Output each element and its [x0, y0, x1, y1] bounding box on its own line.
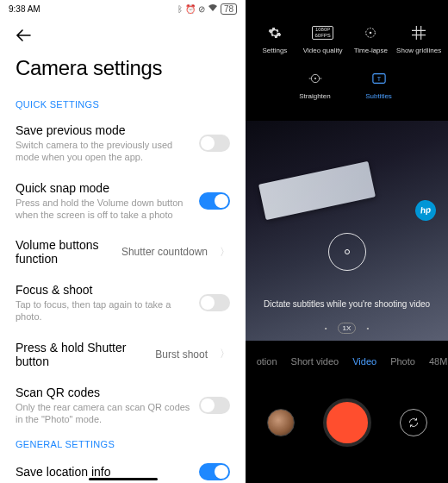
label: Video quality [303, 47, 343, 54]
gear-icon [268, 24, 282, 41]
camera-control-video-quality[interactable]: 1080P60FPS Video quality [300, 24, 346, 54]
mode-video[interactable]: Video [352, 356, 376, 367]
setting-scan-qr-codes[interactable]: Scan QR codes Only the rear camera can s… [0, 377, 246, 435]
focus-ring[interactable] [328, 233, 366, 271]
label: Settings [262, 47, 287, 54]
status-bar: 9:38 AM ᛒ ⏰ ⊘ 78 [0, 0, 246, 17]
settings-panel: 9:38 AM ᛒ ⏰ ⊘ 78 Camera settings QUICK S… [0, 0, 246, 483]
setting-title: Save location info [16, 465, 190, 479]
setting-value: Shutter countdown [121, 246, 208, 258]
page-title: Camera settings [0, 49, 246, 94]
setting-focus-and-shoot[interactable]: Focus & shoot Tap to focus, then tap aga… [0, 274, 246, 332]
setting-subtitle: Switch camera to the previously used mod… [16, 139, 190, 164]
toggle-scan-qr-codes[interactable] [199, 397, 230, 414]
camera-control-settings[interactable]: Settings [252, 24, 298, 54]
dnd-icon: ⊘ [198, 4, 205, 14]
subtitles-icon: T [372, 70, 386, 87]
setting-subtitle: Only the rear camera can scan QR codes i… [16, 401, 190, 426]
subtitle-hint: Dictate subtitles while you're shooting … [246, 298, 448, 310]
svg-text:T: T [376, 76, 381, 83]
setting-title: Volume buttons function [16, 238, 113, 266]
hp-logo: hp [414, 199, 437, 222]
camera-top-controls: Settings 1080P60FPS Video quality Time-l… [246, 0, 448, 121]
toggle-quick-snap-mode[interactable] [199, 192, 230, 210]
camera-viewfinder[interactable]: hp Dictate subtitles while you're shooti… [246, 121, 448, 341]
svg-point-1 [370, 32, 372, 34]
setting-subtitle: Press and hold the Volume down button wh… [16, 197, 190, 222]
mode-short-video[interactable]: Short video [291, 356, 339, 367]
chevron-right-icon: 〉 [220, 245, 230, 260]
setting-value: Burst shoot [155, 348, 208, 361]
setting-title: Press & hold Shutter button [16, 341, 146, 368]
straighten-icon [308, 70, 322, 87]
setting-title: Focus & shoot [16, 283, 190, 297]
setting-save-previous-mode[interactable]: Save previous mode Switch camera to the … [0, 115, 246, 172]
camera-top-row-1: Settings 1080P60FPS Video quality Time-l… [246, 21, 448, 58]
toggle-focus-and-shoot[interactable] [199, 294, 230, 311]
setting-press-hold-shutter[interactable]: Press & hold Shutter button Burst shoot … [0, 332, 246, 377]
alarm-icon: ⏰ [185, 4, 196, 14]
toggle-save-previous-mode[interactable] [199, 135, 230, 152]
camera-main-controls [246, 379, 448, 483]
zoom-out-dot[interactable]: • [325, 324, 327, 332]
camera-bottom-controls: otion Short video Video Photo 48M [246, 341, 448, 483]
quick-settings-header: QUICK SETTINGS [0, 94, 246, 115]
setting-subtitle: Tap to focus, then tap again to take a p… [16, 298, 190, 323]
svg-point-3 [314, 78, 316, 79]
zoom-controls: • 1X • [246, 323, 448, 334]
label: Time-lapse [354, 47, 388, 54]
label: Show gridlines [396, 47, 441, 54]
bluetooth-icon: ᛒ [177, 4, 183, 14]
label: Subtitles [365, 92, 392, 100]
video-quality-icon: 1080P60FPS [312, 24, 333, 41]
camera-modes[interactable]: otion Short video Video Photo 48M [251, 344, 448, 379]
camera-panel: Settings 1080P60FPS Video quality Time-l… [246, 0, 448, 483]
camera-top-row-2: Straighten T Subtitles [246, 66, 448, 104]
general-settings-header: GENERAL SETTINGS [0, 434, 246, 455]
chevron-right-icon: 〉 [220, 347, 230, 361]
camera-control-subtitles[interactable]: T Subtitles [356, 70, 402, 100]
battery-icon: 78 [221, 3, 237, 15]
home-indicator[interactable] [89, 478, 158, 480]
setting-title: Save previous mode [16, 123, 190, 137]
switch-camera-button[interactable] [400, 409, 427, 436]
label: Straighten [299, 92, 330, 100]
timelapse-icon [364, 24, 377, 41]
shutter-button[interactable] [323, 398, 371, 447]
setting-volume-buttons-function[interactable]: Volume buttons function Shutter countdow… [0, 229, 246, 274]
camera-control-gridlines[interactable]: Show gridlines [395, 24, 442, 54]
gallery-thumbnail[interactable] [267, 409, 295, 436]
setting-title: Scan QR codes [16, 386, 190, 399]
setting-quick-snap-mode[interactable]: Quick snap mode Press and hold the Volum… [0, 172, 246, 230]
camera-control-straighten[interactable]: Straighten [292, 70, 339, 100]
mode-photo[interactable]: Photo [390, 356, 415, 367]
toggle-save-location-info[interactable] [199, 463, 230, 480]
wifi-icon [208, 3, 218, 14]
scene-object-card [258, 161, 376, 220]
status-time: 9:38 AM [9, 4, 40, 14]
back-button[interactable] [0, 17, 246, 49]
zoom-in-dot[interactable]: • [366, 324, 369, 332]
status-icons: ᛒ ⏰ ⊘ 78 [177, 3, 237, 15]
grid-icon [412, 24, 426, 41]
mode-48m[interactable]: 48M [429, 356, 447, 367]
mode-slow-motion[interactable]: otion [257, 356, 277, 367]
camera-control-timelapse[interactable]: Time-lapse [347, 24, 394, 54]
focus-dot-icon [345, 249, 350, 254]
setting-title: Quick snap mode [16, 181, 190, 195]
zoom-level[interactable]: 1X [338, 323, 357, 334]
